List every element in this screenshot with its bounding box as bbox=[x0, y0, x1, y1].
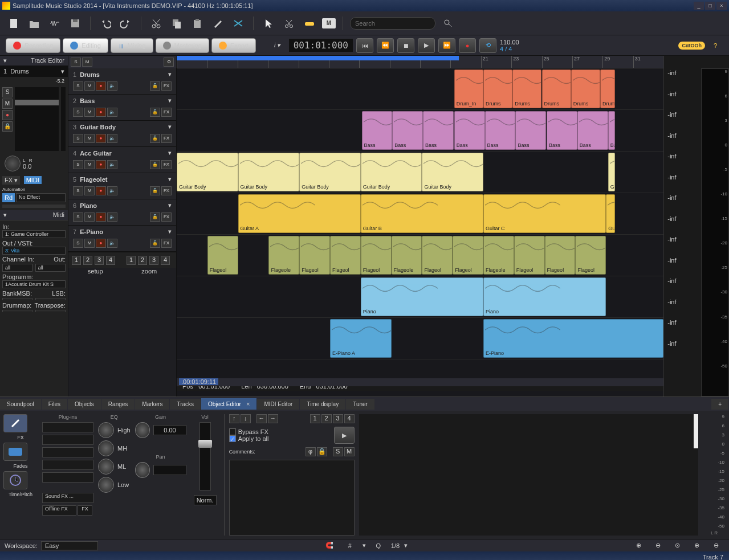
tab-object-editor[interactable]: Object Editor × bbox=[201, 398, 256, 410]
clip[interactable]: Flageol bbox=[575, 236, 606, 275]
waveform-icon[interactable] bbox=[47, 15, 63, 31]
track-solo[interactable]: S bbox=[73, 81, 83, 91]
object-volume-fader[interactable] bbox=[199, 422, 211, 490]
obj-solo[interactable]: S bbox=[333, 447, 343, 456]
clip[interactable]: Drums bbox=[483, 70, 512, 108]
pan-knob-obj[interactable] bbox=[135, 462, 150, 478]
clip[interactable]: Guitar Body bbox=[361, 153, 422, 191]
clip[interactable]: Bass bbox=[515, 111, 546, 150]
preset-4[interactable]: 4 bbox=[344, 414, 355, 423]
track-mon[interactable]: 🔈 bbox=[107, 160, 117, 169]
clip[interactable]: Guitar Body bbox=[177, 153, 238, 191]
clip[interactable]: Bass bbox=[454, 111, 485, 150]
track-mute[interactable]: M bbox=[84, 108, 95, 117]
open-file-icon[interactable] bbox=[26, 15, 42, 31]
track-solo[interactable]: S bbox=[73, 134, 83, 143]
clip[interactable]: Piano bbox=[361, 277, 483, 316]
midi-out-select[interactable]: 3: Vita bbox=[2, 247, 66, 255]
tempo-value[interactable]: 110.00 bbox=[500, 39, 519, 46]
solo-button[interactable]: S bbox=[2, 87, 13, 97]
search-input[interactable] bbox=[350, 17, 435, 30]
ch-out-select[interactable]: all bbox=[35, 264, 66, 272]
eq-mh-knob[interactable] bbox=[98, 440, 114, 456]
track-fx[interactable]: FX bbox=[161, 81, 172, 91]
redo-icon[interactable] bbox=[118, 15, 134, 31]
clip[interactable]: Flageol bbox=[330, 236, 361, 275]
plugin-slot-3[interactable] bbox=[42, 447, 93, 457]
track-mute[interactable]: M bbox=[84, 186, 95, 195]
zoom-in-v-icon[interactable]: ⊕ bbox=[689, 538, 705, 554]
master-solo[interactable]: S bbox=[71, 58, 81, 67]
track-row[interactable]: 7E-Piano▾ S M ● 🔈 🔓 FX bbox=[68, 226, 176, 252]
zoom-3[interactable]: 3 bbox=[149, 256, 158, 265]
track-row[interactable]: 3Guitar Body▾ S M ● 🔈 🔓 FX bbox=[68, 121, 176, 147]
editing-mode-button[interactable]: Editing bbox=[63, 38, 108, 53]
zoom-1[interactable]: 1 bbox=[127, 256, 136, 265]
zoom-2[interactable]: 2 bbox=[138, 256, 147, 265]
undo-icon[interactable] bbox=[97, 15, 113, 31]
preset-2[interactable]: 2 bbox=[321, 414, 332, 423]
normalize-button[interactable]: Norm. bbox=[194, 495, 217, 505]
monitor-button[interactable]: 🔒 bbox=[2, 121, 13, 132]
clip[interactable]: Drum bbox=[600, 70, 615, 108]
eq-high-knob[interactable] bbox=[98, 422, 114, 438]
selected-track-name[interactable]: Drums bbox=[10, 68, 28, 75]
track-lock-icon[interactable]: 🔓 bbox=[150, 239, 160, 248]
track-fx[interactable]: FX bbox=[161, 108, 172, 117]
track-lock-icon[interactable]: 🔓 bbox=[150, 212, 160, 222]
timepitch-tab-button[interactable] bbox=[3, 471, 27, 489]
help-icon[interactable]: ? bbox=[707, 38, 723, 54]
volume-fader[interactable] bbox=[15, 87, 59, 151]
clip[interactable]: Guitar Body bbox=[299, 153, 361, 191]
track-lock-icon[interactable]: 🔓 bbox=[150, 160, 160, 169]
tab-markers[interactable]: Markers bbox=[135, 399, 169, 410]
track-fx[interactable]: FX bbox=[161, 134, 172, 143]
new-file-icon[interactable] bbox=[6, 15, 22, 31]
track-row[interactable]: 4Acc Guitar▾ S M ● 🔈 🔓 FX bbox=[68, 147, 176, 173]
pointer-icon[interactable] bbox=[260, 15, 276, 31]
cut-icon[interactable] bbox=[148, 15, 164, 31]
paste-icon[interactable] bbox=[189, 15, 205, 31]
minimize-button[interactable]: _ bbox=[694, 2, 704, 10]
track-mute[interactable]: M bbox=[84, 160, 95, 169]
mastering-mode-button[interactable]: Mastering bbox=[156, 38, 209, 53]
tab-ranges[interactable]: Ranges bbox=[101, 399, 135, 410]
zoom-fit-icon[interactable]: ⊙ bbox=[670, 538, 686, 554]
recording-mode-button[interactable]: Recording bbox=[6, 38, 60, 53]
object-marker[interactable] bbox=[694, 414, 698, 448]
preview-play-button[interactable]: ▶ bbox=[334, 427, 355, 444]
track-row[interactable]: 5Flageolet▾ S M ● 🔈 🔓 FX bbox=[68, 173, 176, 199]
effect-select[interactable]: No Effect bbox=[16, 193, 66, 202]
setup-1[interactable]: 1 bbox=[72, 256, 81, 265]
clip[interactable]: Guitar A bbox=[238, 194, 361, 233]
gain-value[interactable]: 0.00 bbox=[153, 425, 186, 435]
track-lock-icon[interactable]: 🔓 bbox=[150, 186, 160, 195]
tab-files[interactable]: Files bbox=[42, 399, 67, 410]
clip[interactable]: Flageol bbox=[299, 236, 330, 275]
ch-in-select[interactable]: all bbox=[2, 264, 32, 272]
eq-ml-knob[interactable] bbox=[98, 459, 114, 475]
snap-value[interactable]: 1/8 bbox=[391, 542, 400, 549]
clip[interactable]: Flageole bbox=[392, 236, 422, 275]
save-icon[interactable] bbox=[67, 15, 83, 31]
track-mon[interactable]: 🔈 bbox=[107, 212, 117, 222]
clip[interactable]: Guitar C bbox=[483, 194, 606, 233]
track-mon[interactable]: 🔈 bbox=[107, 108, 117, 117]
master-mute[interactable]: M bbox=[82, 58, 92, 67]
pan-value[interactable] bbox=[153, 465, 186, 475]
track-rec[interactable]: ● bbox=[96, 239, 106, 248]
track-solo[interactable]: S bbox=[73, 108, 83, 117]
nav-down[interactable]: ↓ bbox=[241, 414, 251, 423]
track-fx[interactable]: FX bbox=[161, 186, 172, 195]
play-button[interactable]: ▶ bbox=[418, 38, 435, 53]
track-rec[interactable]: ● bbox=[96, 81, 106, 91]
timeline-ruler[interactable]: 135791113151719212325272931 bbox=[177, 56, 663, 68]
mono-icon[interactable]: M bbox=[322, 18, 336, 28]
clip[interactable]: G bbox=[608, 153, 615, 191]
lock-icon[interactable]: 🔒 bbox=[317, 447, 327, 456]
clip[interactable]: Ba bbox=[608, 111, 615, 150]
time-sig[interactable]: 4 / 4 bbox=[500, 46, 519, 52]
track-mon[interactable]: 🔈 bbox=[107, 186, 117, 195]
rewind-button[interactable]: ⏪ bbox=[377, 38, 394, 53]
clip[interactable]: Bass bbox=[485, 111, 516, 150]
